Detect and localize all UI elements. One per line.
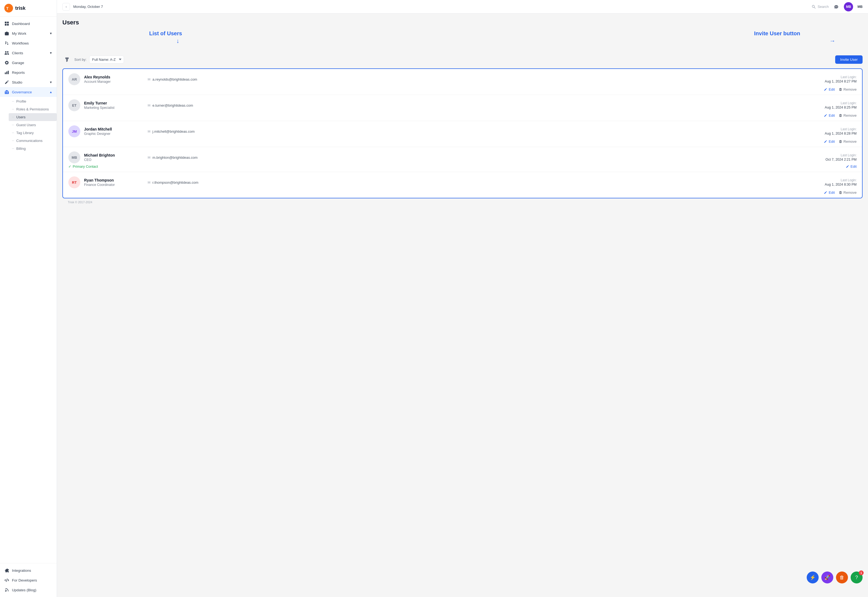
chevron-down-icon: ▼ xyxy=(49,80,52,84)
edit-user-button[interactable]: Edit xyxy=(824,113,835,117)
remove-user-button[interactable]: Remove xyxy=(839,140,857,144)
trash-icon xyxy=(839,140,842,143)
sidebar-logo: T trisk xyxy=(0,0,57,16)
annotation-invite-button: Invite User button xyxy=(754,30,800,37)
sidebar: T trisk Dashboard My Work ▼ Workflows Cl… xyxy=(0,0,57,597)
sidebar-item-tag-library[interactable]: Tag Library xyxy=(9,129,57,137)
user-email: ✉ j.mitchell@brightideas.com xyxy=(148,129,793,134)
remove-user-button[interactable]: Remove xyxy=(839,113,857,117)
user-actions: Edit Remove xyxy=(68,111,857,119)
user-role: Finance Coordinator xyxy=(84,183,144,187)
fab-orange-button[interactable]: 🗑 xyxy=(836,572,848,584)
email-icon: ✉ xyxy=(148,129,151,134)
user-name: Ryan Thompson xyxy=(84,178,144,183)
user-info: Ryan Thompson Finance Coordinator xyxy=(84,178,144,187)
sort-select[interactable]: Full Name: A-Z Full Name: Z-A Last Login… xyxy=(89,56,124,64)
table-row: ET Emily Turner Marketing Specialist ✉ e… xyxy=(63,95,862,121)
avatar: ET xyxy=(68,100,80,111)
rocket-icon: 🚀 xyxy=(824,575,830,581)
toolbar: Sort by: Full Name: A-Z Full Name: Z-A L… xyxy=(62,55,862,64)
edit-label: Edit xyxy=(829,190,835,195)
sidebar-item-guest-users-label: Guest Users xyxy=(16,123,36,127)
sidebar-item-users[interactable]: Users xyxy=(9,113,57,121)
edit-user-button[interactable]: Edit xyxy=(824,190,835,195)
last-login-time: Aug 1, 2024 8:28 PM xyxy=(797,132,857,135)
last-login-time: Oct 7, 2024 2:21 PM xyxy=(797,157,857,162)
user-name: Jordan Mitchell xyxy=(84,127,144,131)
sidebar-item-roles-permissions[interactable]: Roles & Permissions xyxy=(9,105,57,113)
last-login-label: Last Login: xyxy=(797,178,857,182)
fab-blue-button[interactable]: ⚡ xyxy=(807,572,819,584)
user-name: Alex Reynolds xyxy=(84,75,144,79)
edit-user-button[interactable]: Edit xyxy=(824,140,835,144)
sidebar-item-for-developers[interactable]: For Developers xyxy=(0,575,57,585)
svg-point-0 xyxy=(4,4,13,12)
user-last-login: Last Login: Aug 1, 2024 8:28 PM xyxy=(797,127,857,135)
remove-user-button[interactable]: Remove xyxy=(839,88,857,91)
user-avatar[interactable]: MB xyxy=(844,2,853,11)
remove-user-button[interactable]: Remove xyxy=(839,190,857,195)
user-role: Marketing Specialist xyxy=(84,106,144,110)
edit-user-button[interactable]: Edit xyxy=(824,88,835,91)
sidebar-item-garage[interactable]: Garage xyxy=(0,58,57,68)
last-login-label: Last Login: xyxy=(797,75,857,79)
invite-user-button[interactable]: Invite User xyxy=(835,55,862,64)
sidebar-item-governance[interactable]: Governance ▲ xyxy=(0,87,57,97)
svg-rect-4 xyxy=(5,24,6,25)
bar-chart-icon xyxy=(4,70,9,75)
bank-icon xyxy=(4,89,9,94)
table-row: AR Alex Reynolds Account Manager ✉ a.rey… xyxy=(63,69,862,95)
sidebar-item-billing[interactable]: Billing xyxy=(9,145,57,153)
filter-icon xyxy=(65,57,70,62)
sidebar-item-dashboard[interactable]: Dashboard xyxy=(0,19,57,28)
lightning-icon: ⚡ xyxy=(810,575,816,581)
sidebar-item-profile[interactable]: Profile xyxy=(9,97,57,105)
last-login-time: Aug 1, 2024 8:27 PM xyxy=(797,80,857,83)
last-login-label: Last Login: xyxy=(797,153,857,157)
user-role: CEO xyxy=(84,158,144,162)
sidebar-item-clients[interactable]: Clients ▼ xyxy=(0,48,57,58)
sidebar-item-guest-users[interactable]: Guest Users xyxy=(9,121,57,129)
sidebar-item-integrations[interactable]: Integrations xyxy=(0,566,57,575)
avatar-initials: MB xyxy=(846,5,851,9)
table-row: RT Ryan Thompson Finance Coordinator ✉ r… xyxy=(63,172,862,198)
filter-button[interactable] xyxy=(62,55,72,64)
back-button[interactable]: ‹ xyxy=(62,3,70,10)
page-header: Users xyxy=(62,19,862,26)
email-address: j.mitchell@brightideas.com xyxy=(153,129,195,134)
sidebar-item-studio[interactable]: Studio ▼ xyxy=(0,77,57,87)
sidebar-item-clients-label: Clients xyxy=(12,51,23,55)
sidebar-item-my-work[interactable]: My Work ▼ xyxy=(0,28,57,38)
primary-contact-badge: ✓ Primary Contact xyxy=(68,163,98,169)
fab-container: ⚡ 🚀 🗑 ? 1 xyxy=(807,572,862,584)
trash-icon xyxy=(839,191,842,194)
sidebar-item-governance-label: Governance xyxy=(12,90,32,94)
primary-contact-label: Primary Contact xyxy=(73,165,98,169)
puzzle-icon xyxy=(4,568,9,573)
footer: Trisk © 2017-2024 xyxy=(62,198,862,206)
sidebar-item-workflows[interactable]: Workflows xyxy=(0,38,57,48)
user-info: Emily Turner Marketing Specialist xyxy=(84,101,144,110)
fab-purple-button[interactable]: 🚀 xyxy=(821,572,833,584)
sidebar-item-dashboard-label: Dashboard xyxy=(12,22,30,26)
sidebar-item-updates-blog[interactable]: Updates (Blog) xyxy=(0,585,57,595)
edit-user-button[interactable]: Edit xyxy=(846,165,857,169)
tool-icon xyxy=(4,60,9,65)
footer-text: Trisk © 2017-2024 xyxy=(68,200,92,204)
chevron-down-icon: ▼ xyxy=(49,32,52,35)
sidebar-item-tag-library-label: Tag Library xyxy=(16,131,34,135)
fab-green-button[interactable]: ? 1 xyxy=(851,572,862,584)
page-title: Users xyxy=(62,19,79,26)
primary-contact-row: ✓ Primary Contact Edit xyxy=(68,163,857,169)
messages-button[interactable] xyxy=(832,3,841,11)
search-trigger[interactable]: Search xyxy=(812,4,829,9)
user-actions: Edit Remove xyxy=(68,188,857,196)
edit-icon xyxy=(846,165,849,168)
user-last-login: Last Login: Aug 1, 2024 8:30 PM xyxy=(797,178,857,186)
sidebar-item-for-developers-label: For Developers xyxy=(12,578,37,582)
trash-icon xyxy=(839,114,842,117)
sidebar-item-communications[interactable]: Communications xyxy=(9,137,57,145)
users-icon xyxy=(4,50,9,55)
sidebar-item-reports[interactable]: Reports xyxy=(0,68,57,77)
user-name: Michael Brighton xyxy=(84,153,144,157)
